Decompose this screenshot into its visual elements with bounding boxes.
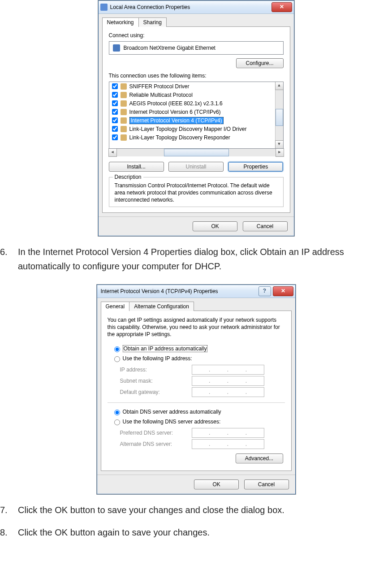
close-button[interactable]: ✕	[273, 286, 293, 296]
item-checkbox[interactable]	[112, 83, 118, 89]
connect-using-label: Connect using:	[109, 32, 284, 39]
titlebar: Local Area Connection Properties ✕	[99, 1, 294, 14]
scroll-thumb[interactable]	[164, 149, 228, 156]
item-checkbox[interactable]	[112, 126, 118, 132]
cancel-button[interactable]: Cancel	[243, 221, 288, 231]
tabstrip: General Alternate Configuration	[97, 298, 295, 311]
ok-button[interactable]: OK	[194, 479, 239, 489]
default-gateway-input[interactable]: ...	[192, 387, 264, 397]
radio-use-dns[interactable]: Use the following DNS server addresses:	[112, 418, 285, 425]
horizontal-scrollbar[interactable]: ◄ ►	[109, 148, 284, 156]
tab-general[interactable]: General	[101, 302, 130, 311]
list-item: Link-Layer Topology Discovery Responder	[109, 133, 276, 142]
tab-body: You can get IP settings assigned automat…	[101, 311, 292, 471]
radio-obtain-ip-auto[interactable]: Obtain an IP address automatically	[112, 345, 285, 352]
radio-obtain-dns-auto[interactable]: Obtain DNS server address automatically	[112, 408, 285, 415]
window-icon	[100, 4, 108, 11]
titlebar: Internet Protocol Version 4 (TCP/IPv4) P…	[97, 285, 295, 298]
field-subnet-mask: Subnet mask: ...	[120, 376, 285, 386]
scroll-right-icon[interactable]: ►	[276, 148, 284, 157]
list-item: SNIFFER Protocol Driver	[109, 82, 276, 91]
radio-input[interactable]	[114, 346, 120, 352]
field-ip-address: IP address: ...	[120, 365, 285, 375]
item-checkbox[interactable]	[112, 92, 118, 98]
items-label: This connection uses the following items…	[109, 73, 284, 79]
step-number: 8.	[0, 525, 18, 540]
list-item-selected: Internet Protocol Version 4 (TCP/IPv4)	[109, 116, 276, 125]
help-button[interactable]: ?	[258, 286, 271, 296]
window-title: Local Area Connection Properties	[110, 4, 271, 10]
list-item: Link-Layer Topology Discovery Mapper I/O…	[109, 125, 276, 133]
step-number: 6.	[0, 245, 18, 273]
radio-input[interactable]	[114, 410, 120, 415]
advanced-button[interactable]: Advanced...	[236, 453, 283, 463]
item-checkbox[interactable]	[112, 117, 118, 123]
scroll-up-icon[interactable]: ▲	[275, 82, 284, 90]
install-button[interactable]: Install...	[109, 162, 164, 172]
step-text: Click the OK button again to save your c…	[18, 525, 379, 540]
tab-sharing[interactable]: Sharing	[138, 17, 167, 27]
separator	[108, 402, 285, 403]
components-listbox[interactable]: SNIFFER Protocol Driver Reliable Multica…	[109, 82, 284, 149]
scroll-left-icon[interactable]: ◄	[108, 148, 117, 157]
instruction-step-7: 7. Click the OK button to save your chan…	[0, 503, 379, 517]
radio-use-ip[interactable]: Use the following IP address:	[112, 355, 285, 362]
vertical-scrollbar[interactable]: ▲ ▼	[275, 82, 283, 148]
protocol-icon	[121, 109, 127, 115]
ok-button[interactable]: OK	[193, 221, 237, 231]
lan-properties-dialog: Local Area Connection Properties ✕ Netwo…	[98, 0, 295, 237]
scroll-thumb[interactable]	[276, 109, 283, 126]
nic-icon	[113, 44, 120, 52]
step-number: 7.	[0, 503, 18, 517]
uninstall-button[interactable]: Uninstall	[168, 162, 224, 172]
adapter-name: Broadcom NetXtreme Gigabit Ethernet	[124, 45, 215, 51]
protocol-icon	[121, 117, 127, 124]
item-checkbox[interactable]	[112, 100, 118, 106]
list-item: Internet Protocol Version 6 (TCP/IPv6)	[109, 108, 276, 116]
protocol-icon	[121, 83, 127, 90]
item-checkbox[interactable]	[112, 134, 118, 140]
description-group: Description Transmission Control Protoco…	[109, 177, 284, 207]
preferred-dns-input[interactable]: ...	[192, 428, 264, 438]
description-legend: Description	[113, 174, 143, 180]
tab-networking[interactable]: Networking	[102, 17, 139, 27]
dialog-footer: OK Cancel	[97, 475, 295, 494]
ipv4-properties-dialog: Internet Protocol Version 4 (TCP/IPv4) P…	[96, 284, 296, 495]
cancel-button[interactable]: Cancel	[244, 479, 289, 489]
alternate-dns-input[interactable]: ...	[192, 439, 264, 449]
subnet-mask-input[interactable]: ...	[192, 376, 264, 386]
close-button[interactable]: ✕	[271, 2, 292, 12]
step-text: In the Internet Protocol Version 4 Prope…	[18, 245, 379, 273]
dialog-footer: OK Cancel	[99, 216, 294, 236]
tab-body: Connect using: Broadcom NetXtreme Gigabi…	[102, 26, 290, 213]
list-item: AEGIS Protocol (IEEE 802.1x) v2.3.1.6	[109, 99, 276, 108]
protocol-icon	[121, 134, 127, 141]
list-item: Reliable Multicast Protocol	[109, 91, 276, 99]
item-checkbox[interactable]	[112, 109, 118, 115]
intro-text: You can get IP settings assigned automat…	[108, 316, 285, 338]
ip-address-input[interactable]: ...	[192, 365, 264, 375]
step-text: Click the OK button to save your changes…	[18, 503, 379, 517]
protocol-icon	[121, 126, 127, 132]
tab-alternate-configuration[interactable]: Alternate Configuration	[129, 302, 194, 311]
protocol-icon	[121, 100, 127, 107]
field-alternate-dns: Alternate DNS server: ...	[120, 439, 285, 449]
field-default-gateway: Default gateway: ...	[120, 387, 285, 397]
field-preferred-dns: Preferred DNS server: ...	[120, 428, 285, 438]
radio-input[interactable]	[114, 356, 120, 362]
description-text: Transmission Control Protocol/Internet P…	[115, 182, 278, 204]
adapter-box[interactable]: Broadcom NetXtreme Gigabit Ethernet	[109, 41, 284, 55]
window-title: Internet Protocol Version 4 (TCP/IPv4) P…	[101, 288, 258, 294]
configure-button[interactable]: Configure...	[236, 58, 284, 68]
scroll-down-icon[interactable]: ▼	[275, 140, 284, 149]
radio-input[interactable]	[114, 419, 120, 425]
properties-button[interactable]: Properties	[228, 162, 283, 172]
instruction-step-8: 8. Click the OK button again to save you…	[0, 525, 379, 540]
protocol-icon	[121, 92, 127, 98]
instruction-step-6: 6. In the Internet Protocol Version 4 Pr…	[0, 245, 379, 273]
tabstrip: Networking Sharing	[99, 14, 294, 27]
